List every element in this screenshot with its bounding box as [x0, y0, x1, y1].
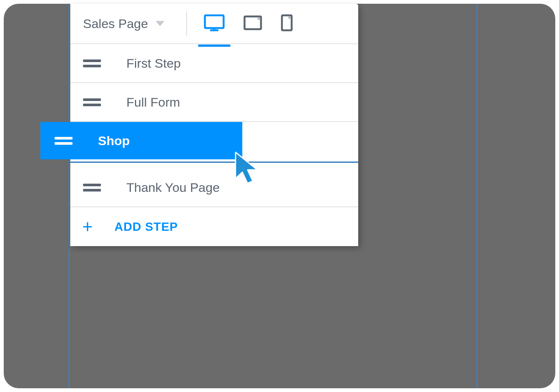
- steps-panel: Sales Page: [70, 4, 358, 246]
- panel-header: Sales Page: [70, 4, 358, 44]
- guide-line-right: [477, 4, 477, 388]
- add-step-button[interactable]: + ADD STEP: [70, 207, 358, 246]
- mobile-icon: [280, 14, 293, 33]
- svg-point-4: [257, 18, 260, 20]
- device-tabs: [202, 11, 295, 36]
- drag-handle-icon[interactable]: [83, 184, 101, 192]
- step-item-full-form[interactable]: Full Form: [70, 83, 358, 122]
- plus-icon: +: [82, 218, 93, 236]
- step-label: First Step: [126, 56, 181, 71]
- page-selector[interactable]: Sales Page: [83, 16, 183, 31]
- step-item-shop[interactable]: Shop: [70, 122, 358, 168]
- svg-rect-0: [205, 15, 224, 28]
- dragging-block[interactable]: Shop: [40, 122, 242, 159]
- divider: [186, 12, 187, 36]
- step-item-first-step[interactable]: First Step: [70, 44, 358, 83]
- drag-handle-icon[interactable]: [55, 137, 73, 145]
- drop-indicator: [70, 162, 358, 163]
- step-label: Shop: [98, 134, 130, 148]
- drag-handle-icon[interactable]: [83, 59, 101, 67]
- step-label: Thank You Page: [126, 180, 220, 195]
- device-tab-desktop[interactable]: [202, 11, 227, 36]
- drag-handle-icon[interactable]: [83, 98, 101, 106]
- step-label: Full Form: [126, 95, 180, 110]
- page-selector-label: Sales Page: [83, 16, 148, 31]
- device-tab-tablet[interactable]: [242, 12, 264, 35]
- tablet-icon: [243, 15, 262, 32]
- step-item-thank-you[interactable]: Thank You Page: [70, 168, 358, 207]
- add-step-label: ADD STEP: [114, 220, 178, 234]
- guide-line-left: [69, 4, 70, 388]
- editor-canvas: Sales Page: [4, 4, 555, 388]
- chevron-down-icon: [156, 21, 165, 26]
- desktop-icon: [203, 14, 225, 33]
- device-tab-mobile[interactable]: [279, 11, 295, 36]
- step-list: First Step Full Form Shop: [70, 44, 358, 246]
- svg-point-6: [288, 16, 291, 19]
